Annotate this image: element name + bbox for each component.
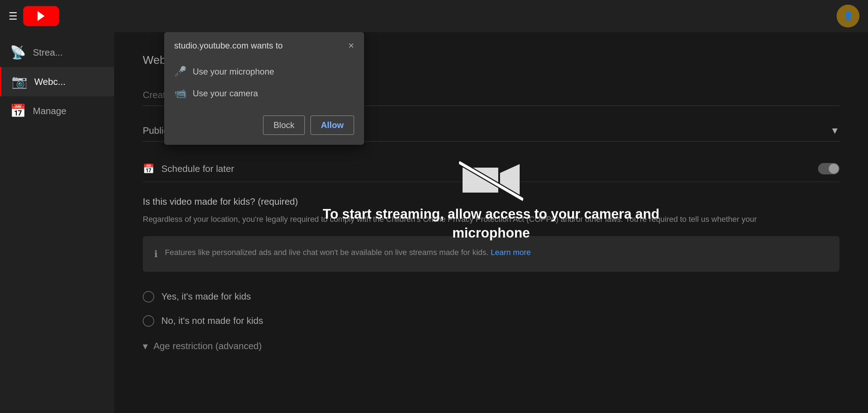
no-kids-label: No, it's not made for kids <box>161 315 263 326</box>
permission-label-microphone: Use your microphone <box>193 67 274 77</box>
allow-button[interactable]: Allow <box>311 116 354 135</box>
permission-label-camera: Use your camera <box>193 88 258 98</box>
age-restriction-label: Age restriction (advanced) <box>153 341 262 352</box>
age-restriction[interactable]: ▾ Age restriction (advanced) <box>143 333 839 359</box>
permission-dialog: studio.youtube.com wants to × 🎤 Use your… <box>164 32 364 145</box>
info-text: Features like personalized ads and live … <box>165 246 531 259</box>
dialog-actions: Block Allow <box>164 110 364 145</box>
avatar[interactable]: 👤 <box>837 5 859 27</box>
learn-more-link[interactable]: Learn more <box>491 248 531 257</box>
kids-desc: Regardless of your location, you're lega… <box>143 213 839 225</box>
schedule-row: 📅 Schedule for later <box>143 156 839 182</box>
sidebar-item-manage[interactable]: 📅 Manage <box>0 96 114 126</box>
hamburger-icon[interactable]: ☰ <box>9 10 17 22</box>
calendar-icon: 📅 <box>143 163 154 174</box>
schedule-toggle[interactable] <box>818 163 839 174</box>
no-radio[interactable] <box>143 315 154 327</box>
yes-radio[interactable] <box>143 291 154 302</box>
kids-question: Is this video made for kids? (required) <box>143 196 839 207</box>
top-bar: ☰ 👤 <box>0 0 868 32</box>
info-icon: ℹ <box>154 247 158 262</box>
permission-item-microphone: 🎤 Use your microphone <box>174 61 354 82</box>
close-icon[interactable]: × <box>348 41 354 51</box>
sidebar-item-label-webcam: Webc... <box>34 76 66 87</box>
kids-section: Is this video made for kids? (required) … <box>143 196 839 359</box>
schedule-row-left: 📅 Schedule for later <box>143 163 234 174</box>
content-area: studio.youtube.com wants to × 🎤 Use your… <box>114 32 868 413</box>
chevron-down-icon: ▼ <box>830 125 839 136</box>
youtube-logo <box>23 6 59 26</box>
dialog-title: studio.youtube.com wants to <box>174 41 283 51</box>
sidebar-item-webcam[interactable]: 📷 Webc... <box>0 67 114 96</box>
sidebar-item-label-manage: Manage <box>33 106 66 117</box>
sidebar-item-stream[interactable]: 📡 Strea... <box>0 38 114 67</box>
dialog-header: studio.youtube.com wants to × <box>164 32 364 58</box>
no-kids-option[interactable]: No, it's not made for kids <box>143 309 839 333</box>
info-box: ℹ Features like personalized ads and liv… <box>143 236 839 272</box>
microphone-icon: 🎤 <box>174 66 186 77</box>
sidebar-item-label-stream: Strea... <box>33 47 63 58</box>
block-button[interactable]: Block <box>263 116 305 135</box>
top-bar-left: ☰ <box>9 6 59 26</box>
permission-item-camera: 📹 Use your camera <box>174 82 354 104</box>
yes-kids-label: Yes, it's made for kids <box>161 291 251 302</box>
camera-icon: 📹 <box>174 87 186 99</box>
chevron-down-icon: ▾ <box>143 340 148 352</box>
webcam-icon: 📷 <box>11 74 27 89</box>
stream-icon: 📡 <box>10 45 26 60</box>
yes-kids-option[interactable]: Yes, it's made for kids <box>143 285 839 309</box>
sidebar: 📡 Strea... 📷 Webc... 📅 Manage <box>0 32 114 413</box>
dialog-body: 🎤 Use your microphone 📹 Use your camera <box>164 58 364 110</box>
schedule-label: Schedule for later <box>161 163 234 174</box>
manage-icon: 📅 <box>10 103 26 118</box>
main-layout: 📡 Strea... 📷 Webc... 📅 Manage studio.you… <box>0 32 868 413</box>
